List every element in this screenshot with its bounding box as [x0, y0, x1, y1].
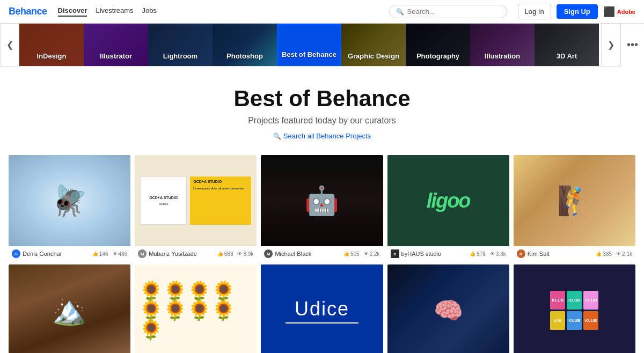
project-card-8[interactable]: Udice G Graphéine 👍 594 👁 4.7k [261, 264, 383, 353]
like-icon-2: 👍 [217, 251, 223, 256]
search-bar: 🔍 [389, 5, 507, 18]
like-stat-1: 👍 146 [92, 251, 108, 257]
author-avatar-2: M [138, 249, 147, 258]
category-indesign-label: InDesign [37, 52, 67, 60]
neuro-illustration: 🧠 [434, 297, 463, 325]
project-info-2: M Mubariz Yusifzade 👍 683 👁 8.9k [135, 246, 257, 260]
hero-search-link[interactable]: 🔍 Search all Behance Projects [9, 132, 635, 140]
category-next-button[interactable]: ❯ [601, 24, 620, 67]
author-avatar-1: D [12, 249, 20, 258]
more-icon: ••• [627, 39, 638, 51]
klub-illustration: KLUB KLUB KLUB U*K KLUB KLUB [550, 291, 598, 330]
nav-jobs[interactable]: Jobs [142, 6, 157, 17]
category-more-button[interactable]: ••• [620, 24, 644, 67]
flowers-illustration: 🌻🌻🌻🌻🌻🌻🌻🌻🌻 [139, 282, 252, 340]
project-card-5[interactable]: 🧗 K Kim Salt 👍 385 👁 2.1k [514, 155, 635, 260]
project-card-7[interactable]: 🌻🌻🌻🌻🌻🌻🌻🌻🌻 J JUAN ER 👍 383 👁 2.2k [135, 264, 257, 353]
project-card-9[interactable]: 🧠 ⊞ Multiple Owners ▾ 👍 965 👁 3.9k [387, 264, 509, 353]
project-stats-3: 👍 505 👁 2.2k [343, 251, 380, 257]
author-avatar-5: K [517, 249, 525, 258]
view-icon-4: 👁 [490, 251, 495, 256]
view-stat-5: 👁 2.1k [616, 251, 632, 257]
like-stat-2: 👍 683 [217, 251, 233, 257]
project-card-3[interactable]: 🤖 M Michael Black 👍 505 👁 2.2k [261, 155, 383, 260]
project-card-2[interactable]: OCD+A STUDIO OCD+A OCD+A STUDIO Lorem ip… [135, 155, 257, 260]
adobe-branding: ⬛ Adobe [603, 6, 635, 18]
author-name-4: byHAUS studio [401, 251, 468, 257]
signup-button[interactable]: Sign Up [557, 4, 598, 19]
project-card-10[interactable]: KLUB KLUB KLUB U*K KLUB KLUB T Toby Ng 👍… [514, 264, 635, 353]
category-illustration[interactable]: Illustration [470, 24, 535, 66]
view-icon-3: 👁 [364, 251, 369, 256]
studio-mockup: OCD+A STUDIO OCD+A OCD+A STUDIO Lorem ip… [135, 155, 257, 246]
view-stat-3: 👁 2.2k [364, 251, 380, 257]
author-avatar-3: M [264, 249, 273, 258]
header: Behance Discover Livestreams Jobs 🔍 Log … [0, 0, 644, 24]
author-name-5: Kim Salt [528, 251, 594, 257]
project-card-1[interactable]: 🪰 D Denis Gonchar 👍 146 👁 486 [9, 155, 130, 260]
like-stat-3: 👍 505 [343, 251, 360, 257]
ligoo-logo: ligoo [427, 189, 470, 212]
view-stat-4: 👁 3.8k [490, 251, 506, 257]
robot-illustration: 🤖 [304, 185, 339, 217]
project-stats-2: 👍 683 👁 8.9k [217, 251, 254, 257]
header-actions: Log In Sign Up ⬛ Adobe [518, 4, 636, 19]
category-photography[interactable]: Photography [406, 24, 470, 66]
like-stat-4: 👍 578 [470, 251, 486, 257]
project-card-4[interactable]: ligoo b byHAUS studio 👍 578 👁 3.8k [387, 155, 509, 260]
category-scroll: InDesign Illustrator Lightroom Photoshop… [19, 24, 601, 66]
projects-grid: 🪰 D Denis Gonchar 👍 146 👁 486 OCD+A STU [0, 153, 644, 353]
adobe-label: Adobe [617, 9, 635, 15]
category-graphic[interactable]: Graphic Design [341, 24, 406, 66]
category-3dart[interactable]: 3D Art [535, 24, 599, 66]
project-info-4: b byHAUS studio 👍 578 👁 3.8k [387, 246, 509, 260]
view-icon-1: 👁 [113, 251, 118, 256]
project-stats-5: 👍 385 👁 2.1k [596, 251, 632, 257]
category-lightroom[interactable]: Lightroom [148, 24, 213, 66]
category-photoshop[interactable]: Photoshop [213, 24, 277, 66]
udice-underline [286, 322, 358, 323]
category-photography-label: Photography [416, 52, 459, 60]
search-icon: 🔍 [396, 8, 404, 16]
like-icon-3: 👍 [343, 251, 349, 256]
category-3dart-label: 3D Art [557, 52, 577, 60]
view-stat-1: 👁 486 [113, 251, 128, 257]
main-nav: Discover Livestreams Jobs [58, 6, 157, 17]
author-name-2: Mubariz Yusifzade [149, 251, 215, 257]
project-info-5: K Kim Salt 👍 385 👁 2.1k [514, 246, 635, 260]
search-small-icon: 🔍 [273, 133, 281, 140]
hero-section: Best of Behance Projects featured today … [0, 67, 644, 153]
like-stat-5: 👍 385 [596, 251, 612, 257]
project-info-3: M Michael Black 👍 505 👁 2.2k [261, 246, 383, 260]
project-card-6[interactable]: 🏔️ M Mitchell Rouse 👍 199 👁 1.4k [9, 264, 130, 353]
category-nav: ❮ InDesign Illustrator Lightroom Photosh… [0, 24, 644, 67]
behance-logo[interactable]: Behance [9, 6, 47, 17]
category-prev-button[interactable]: ❮ [0, 24, 19, 67]
category-photoshop-label: Photoshop [226, 52, 263, 60]
category-lightroom-label: Lightroom [163, 52, 197, 60]
like-icon-5: 👍 [596, 251, 602, 256]
search-input[interactable] [407, 8, 500, 16]
hero-subtitle: Projects featured today by our curators [9, 116, 635, 126]
like-icon-1: 👍 [92, 251, 98, 256]
category-indesign[interactable]: InDesign [19, 24, 84, 66]
project-stats-1: 👍 146 👁 486 [92, 251, 127, 257]
login-button[interactable]: Log In [518, 4, 551, 19]
view-icon-5: 👁 [616, 251, 621, 256]
category-bestof-label: Best of Behance [282, 50, 336, 58]
project-info-1: D Denis Gonchar 👍 146 👁 486 [9, 246, 130, 260]
author-avatar-4: b [391, 249, 399, 258]
fly-illustration: 🪰 [51, 183, 88, 218]
category-bestof[interactable]: Best of Behance [277, 24, 341, 66]
project-stats-4: 👍 578 👁 3.8k [470, 251, 506, 257]
category-illustrator[interactable]: Illustrator [84, 24, 148, 66]
nav-livestreams[interactable]: Livestreams [96, 6, 133, 17]
category-illustration-label: Illustration [485, 52, 520, 60]
udice-logo: Udice [295, 298, 349, 320]
view-icon-2: 👁 [237, 251, 242, 256]
like-icon-4: 👍 [470, 251, 475, 256]
author-name-3: Michael Black [275, 251, 341, 257]
category-graphic-label: Graphic Design [348, 52, 399, 60]
nav-discover[interactable]: Discover [58, 6, 87, 17]
author-name-1: Denis Gonchar [23, 251, 90, 257]
